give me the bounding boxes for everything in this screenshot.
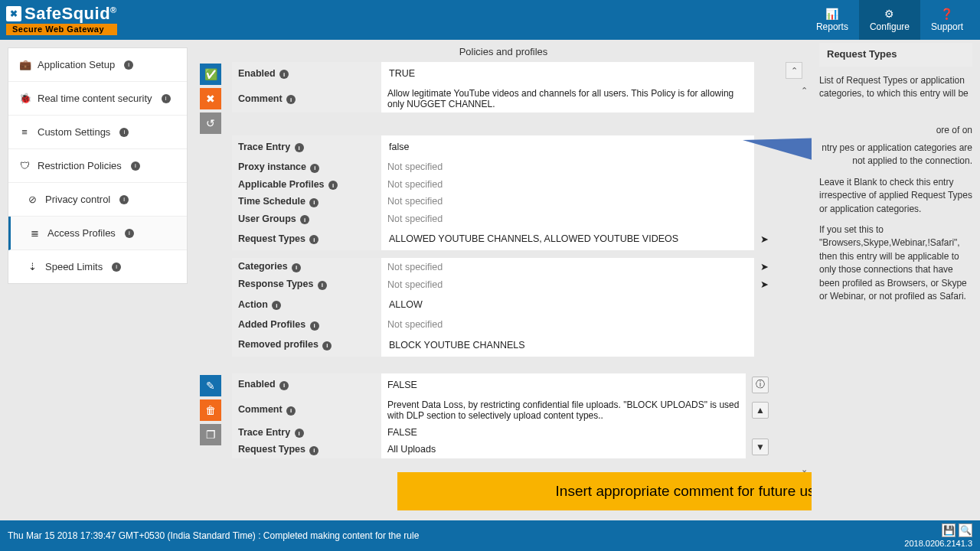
proxy-label: Proxy instance bbox=[238, 161, 306, 172]
sidebar-item-application-setup[interactable]: 💼Application Setupi bbox=[8, 48, 187, 82]
save-config-button[interactable]: 💾 bbox=[942, 523, 956, 537]
collapse-button[interactable]: ⌃ bbox=[786, 62, 802, 79]
enabled-label: Enabled bbox=[238, 379, 276, 390]
sliders-icon: ≡ bbox=[19, 126, 30, 138]
info-icon: i bbox=[112, 262, 121, 272]
scroll-up-icon[interactable]: ⌃ bbox=[801, 86, 808, 96]
comment-value: Prevent Data Loss, by restricting confid… bbox=[381, 396, 746, 424]
speed-icon: ⇣ bbox=[27, 261, 38, 272]
sidebar-item-access-profiles[interactable]: ≣Access Profilesi bbox=[8, 217, 187, 250]
support-icon: ❓ bbox=[940, 8, 953, 20]
main: Policies and profiles ✅ ✖ ↺ Enabled iTRU… bbox=[195, 40, 812, 520]
profiles-value[interactable]: Not specified bbox=[381, 176, 754, 194]
action-label: Action bbox=[238, 299, 268, 310]
configure-icon: ⚙ bbox=[884, 8, 894, 20]
proxy-value[interactable]: Not specified bbox=[381, 158, 754, 176]
hint-banner: Insert appropriate comment for future us… bbox=[397, 472, 812, 510]
trace-value[interactable]: false bbox=[381, 135, 754, 158]
list-icon: ≣ bbox=[29, 227, 40, 239]
bug-icon: 🐞 bbox=[19, 93, 30, 104]
info-icon[interactable]: i bbox=[295, 143, 304, 152]
trace-label: Trace Entry bbox=[238, 427, 290, 438]
delete-button[interactable]: 🗑 bbox=[200, 399, 221, 421]
info-icon[interactable]: i bbox=[328, 181, 338, 190]
request-types-value[interactable]: ALLOWED YOUTUBE CHANNELS, ALLOWED YOUTUB… bbox=[381, 227, 754, 250]
info-icon[interactable]: i bbox=[322, 341, 332, 350]
info-icon[interactable]: i bbox=[279, 381, 289, 390]
logo: SafeSquid® Secure Web Gateway bbox=[6, 5, 117, 35]
comment-label: Comment bbox=[238, 93, 283, 104]
nav-support[interactable]: ❓Support bbox=[920, 0, 974, 40]
info-icon[interactable]: i bbox=[309, 235, 318, 244]
request-types-value: All Uploads bbox=[381, 441, 746, 458]
edit-button[interactable]: ✎ bbox=[200, 375, 221, 396]
info-icon: i bbox=[119, 128, 129, 137]
save-button[interactable]: ✅ bbox=[200, 64, 221, 85]
groups-value[interactable]: Not specified bbox=[381, 210, 754, 228]
info-icon[interactable]: i bbox=[272, 301, 281, 310]
reset-button[interactable]: ↺ bbox=[200, 112, 221, 134]
request-types-label: Request Types bbox=[238, 233, 305, 244]
response-types-label: Response Types bbox=[238, 279, 313, 289]
logo-tagline: Secure Web Gateway bbox=[6, 24, 117, 35]
logo-icon bbox=[6, 6, 21, 21]
categories-value[interactable]: Not specified bbox=[381, 258, 754, 276]
cancel-button[interactable]: ✖ bbox=[200, 88, 221, 109]
info-icon[interactable]: i bbox=[310, 321, 319, 331]
info-icon[interactable]: i bbox=[286, 95, 296, 104]
sidebar: 💼Application Setupi 🐞Real time content s… bbox=[0, 40, 195, 520]
added-profiles-label: Added Profiles bbox=[238, 319, 305, 330]
removed-profiles-label: Removed profiles bbox=[238, 339, 318, 350]
sidebar-item-custom-settings[interactable]: ≡Custom Settingsi bbox=[8, 116, 187, 149]
move-down-button[interactable]: ▼ bbox=[752, 439, 769, 455]
info-icon[interactable]: i bbox=[310, 164, 319, 173]
send-icon[interactable]: ➤ bbox=[754, 276, 775, 293]
info-button[interactable]: ⓘ bbox=[752, 377, 769, 393]
block-icon: ⊘ bbox=[27, 194, 38, 205]
footer: Thu Mar 15 2018 17:39:47 GMT+0530 (India… bbox=[0, 520, 980, 551]
send-icon[interactable]: ➤ bbox=[754, 258, 775, 276]
info-icon[interactable]: i bbox=[279, 70, 289, 79]
removed-profiles-value[interactable]: BLOCK YOUTUBE CHANNELS bbox=[381, 334, 754, 357]
info-icon: i bbox=[119, 195, 129, 204]
move-up-button[interactable]: ▲ bbox=[752, 402, 769, 419]
info-icon[interactable]: i bbox=[318, 281, 327, 290]
help-panel: Request Types List of Request Types or a… bbox=[812, 40, 980, 520]
comment-value[interactable]: Allow legitimate YouTube videos and chan… bbox=[381, 85, 754, 112]
enabled-value[interactable]: TRUE bbox=[381, 62, 754, 85]
info-icon[interactable]: i bbox=[295, 429, 304, 438]
enabled-value: FALSE bbox=[381, 373, 746, 396]
trace-label: Trace Entry bbox=[238, 142, 290, 152]
info-icon: i bbox=[131, 161, 140, 171]
send-icon[interactable]: ➤ bbox=[754, 227, 775, 250]
sidebar-item-realtime[interactable]: 🐞Real time content securityi bbox=[8, 82, 187, 116]
search-button[interactable]: 🔍 bbox=[959, 523, 972, 537]
info-icon[interactable]: i bbox=[309, 446, 318, 455]
briefcase-icon: 💼 bbox=[19, 59, 30, 70]
info-icon: i bbox=[125, 229, 134, 238]
info-icon[interactable]: i bbox=[300, 215, 309, 224]
nav-configure[interactable]: ⚙Configure bbox=[859, 0, 920, 40]
clone-button[interactable]: ❐ bbox=[200, 424, 221, 445]
comment-label: Comment bbox=[238, 404, 283, 415]
info-icon[interactable]: i bbox=[286, 406, 296, 416]
sidebar-item-speed-limits[interactable]: ⇣Speed Limitsi bbox=[8, 250, 187, 283]
info-icon[interactable]: i bbox=[309, 198, 318, 207]
request-types-label: Request Types bbox=[238, 444, 305, 455]
info-icon: i bbox=[124, 60, 133, 70]
version-text: 2018.0206.2141.3 bbox=[904, 539, 972, 548]
sidebar-item-restriction-policies[interactable]: 🛡Restriction Policiesi bbox=[8, 149, 187, 183]
schedule-value[interactable]: Not specified bbox=[381, 193, 754, 210]
schedule-label: Time Schedule bbox=[238, 196, 305, 207]
topbar: SafeSquid® Secure Web Gateway 📊Reports ⚙… bbox=[0, 0, 980, 40]
sidebar-item-privacy-control[interactable]: ⊘Privacy controli bbox=[8, 183, 187, 217]
info-icon: i bbox=[162, 94, 171, 103]
action-value[interactable]: ALLOW bbox=[381, 293, 754, 316]
entry1-form: Enabled iTRUE Comment iAllow legitimate … bbox=[232, 62, 775, 458]
nav-reports[interactable]: 📊Reports bbox=[805, 0, 859, 40]
added-profiles-value[interactable]: Not specified bbox=[381, 316, 754, 334]
topnav: 📊Reports ⚙Configure ❓Support bbox=[805, 0, 974, 40]
response-types-value[interactable]: Not specified bbox=[381, 276, 754, 293]
info-icon[interactable]: i bbox=[292, 263, 301, 272]
page-title: Policies and profiles bbox=[195, 40, 812, 62]
